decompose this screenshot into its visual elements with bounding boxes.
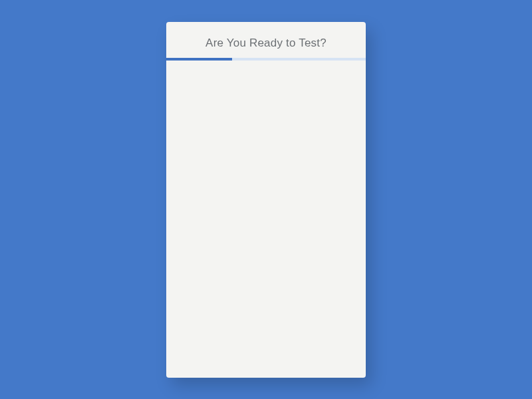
page-title: Are You Ready to Test? (166, 37, 366, 50)
header: Are You Ready to Test? (166, 22, 366, 58)
progress-bar (166, 58, 366, 61)
progress-fill (166, 58, 232, 61)
app-card: Are You Ready to Test? (166, 22, 366, 378)
